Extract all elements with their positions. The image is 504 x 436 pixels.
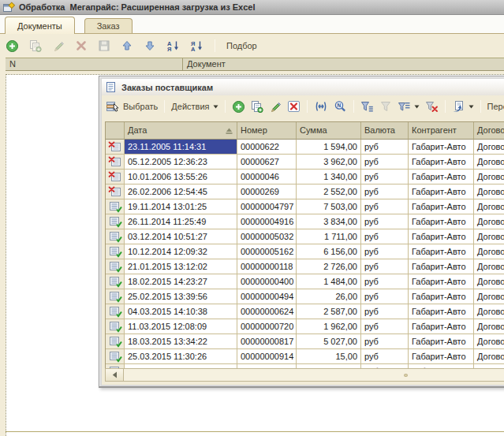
order-cell-number[interactable]: 00000269 [237, 184, 297, 199]
select-button[interactable]: Выбрать [104, 98, 159, 115]
order-status-cell[interactable] [106, 274, 125, 289]
order-cell-currency[interactable]: руб [361, 304, 409, 319]
order-cell-sum[interactable]: 26,00 [297, 289, 361, 304]
window-titlebar[interactable]: Обработка Мегапрайс: Расширенная загрузк… [0, 0, 504, 15]
order-cell-contract[interactable]: Договор [474, 274, 504, 289]
order-cell-contract[interactable]: Договор [474, 170, 504, 184]
order-cell-contractor[interactable]: Габарит-Авто [409, 244, 474, 259]
add-button[interactable] [230, 98, 247, 115]
order-cell-sum[interactable]: 6 156,00 [297, 244, 361, 259]
order-cell-sum[interactable]: 7 503,00 [297, 199, 361, 214]
order-cell-sum[interactable]: 1 594,00 [297, 140, 361, 155]
order-status-cell[interactable] [106, 199, 125, 214]
edit-pencil-button[interactable] [267, 98, 283, 115]
order-cell-number[interactable]: 00000000817 [237, 334, 297, 349]
delete-button[interactable] [73, 37, 89, 54]
order-cell-sum[interactable]: 2 587,00 [297, 304, 361, 319]
order-cell-contractor[interactable]: Габарит-Авто [409, 199, 474, 214]
order-cell-contract[interactable]: Договор [474, 259, 504, 274]
order-cell-contract[interactable]: Договор [474, 319, 504, 334]
order-cell-contract[interactable]: Договор [474, 214, 504, 229]
order-cell-date[interactable]: 21.01.2015 13:12:02 [125, 259, 237, 274]
order-cell-contractor[interactable]: Габарит-Авто [409, 334, 474, 349]
orders-column-header-sum[interactable]: Сумма [297, 122, 361, 140]
order-cell-number[interactable]: 00000005162 [237, 244, 297, 259]
order-cell-date[interactable]: 11.03.2015 12:08:09 [125, 319, 237, 334]
column-header-n[interactable]: N [6, 58, 183, 70]
order-cell-currency[interactable]: руб [361, 155, 409, 170]
actions-menu-button[interactable]: Действия [170, 98, 219, 115]
orders-column-header-currency[interactable]: Валюта [361, 122, 409, 140]
order-status-cell[interactable] [106, 229, 125, 244]
order-status-cell[interactable] [106, 155, 125, 170]
order-status-cell[interactable] [106, 334, 125, 349]
order-cell-currency[interactable]: руб [361, 170, 409, 184]
order-cell-number[interactable]: 00000000494 [237, 289, 297, 304]
scrollbar-grip[interactable] [404, 374, 408, 377]
order-cell-contract[interactable]: Договор [474, 184, 504, 199]
order-cell-currency[interactable]: руб [361, 140, 409, 155]
filter-history-button[interactable] [396, 98, 421, 115]
dialog-titlebar[interactable]: Заказы поставщикам [102, 79, 504, 95]
order-cell-number[interactable]: 00000627 [237, 155, 297, 170]
order-cell-date[interactable]: 05.12.2005 12:36:23 [125, 155, 237, 170]
orders-column-header-date[interactable]: Дата [125, 122, 237, 140]
order-cell-number[interactable]: 00000000400 [237, 274, 297, 289]
order-cell-date[interactable]: 26.11.2014 11:25:49 [125, 214, 237, 229]
order-cell-number[interactable]: 00000046 [237, 170, 297, 184]
find-number-button[interactable]: N [332, 98, 349, 115]
order-cell-contractor[interactable]: Габарит-Авто [409, 184, 474, 199]
order-cell-currency[interactable]: руб [361, 289, 409, 304]
save-button[interactable] [96, 37, 112, 54]
order-cell-date[interactable]: 03.12.2014 10:51:27 [125, 229, 237, 244]
orders-column-header-contractor[interactable]: Контрагент [409, 122, 474, 140]
order-cell-contract[interactable]: Договор [474, 199, 504, 214]
order-cell-number[interactable]: 00000005032 [237, 229, 297, 244]
orders-column-header-icon[interactable] [106, 122, 125, 140]
orders-column-header-contract[interactable]: Договор [474, 122, 504, 140]
order-status-cell[interactable] [106, 170, 125, 184]
order-cell-sum[interactable]: 5 027,00 [297, 334, 361, 349]
podbor-button[interactable]: Подбор [225, 37, 259, 54]
order-status-cell[interactable] [106, 244, 125, 259]
order-cell-currency[interactable]: руб [361, 229, 409, 244]
delete-box-button[interactable] [286, 98, 302, 115]
order-cell-number[interactable]: 00000004797 [237, 199, 297, 214]
order-cell-sum[interactable]: 2 726,00 [297, 259, 361, 274]
move-up-button[interactable] [119, 37, 135, 54]
order-cell-date[interactable]: 10.01.2006 13:55:26 [125, 170, 237, 184]
order-cell-date[interactable]: 04.03.2015 14:10:38 [125, 304, 237, 319]
order-cell-date[interactable]: 10.12.2014 12:09:32 [125, 244, 237, 259]
tab-documents[interactable]: Документы [5, 17, 75, 34]
order-cell-date[interactable]: 25.02.2015 13:39:56 [125, 289, 237, 304]
order-cell-currency[interactable]: руб [361, 319, 409, 334]
fit-width-button[interactable] [312, 98, 330, 115]
sort-desc-button[interactable]: ЯА [189, 37, 205, 54]
order-cell-sum[interactable]: 1 484,00 [297, 274, 361, 289]
create-based-on-button[interactable] [450, 98, 476, 115]
order-cell-contractor[interactable]: Габарит-Авто [409, 304, 474, 319]
order-cell-currency[interactable]: руб [361, 244, 409, 259]
order-cell-sum[interactable]: 3 962,00 [297, 155, 361, 170]
order-cell-date[interactable]: 18.02.2015 14:23:27 [125, 274, 237, 289]
order-cell-contract[interactable]: Договор [474, 140, 504, 155]
order-cell-sum[interactable]: 1 711,00 [297, 229, 361, 244]
order-cell-currency[interactable]: руб [361, 214, 409, 229]
order-cell-currency[interactable]: руб [361, 334, 409, 349]
order-cell-number[interactable]: 00000000624 [237, 304, 297, 319]
order-status-cell[interactable] [106, 304, 125, 319]
order-cell-sum[interactable]: 15,00 [297, 349, 361, 364]
order-status-cell[interactable] [106, 259, 125, 274]
order-cell-date[interactable]: 23.11.2005 11:14:31 [125, 140, 237, 155]
scrollbar-track[interactable] [124, 369, 504, 381]
edit-pencil-button[interactable] [50, 37, 66, 54]
order-cell-date[interactable]: 25.03.2015 11:30:26 [125, 349, 237, 364]
order-cell-contract[interactable]: Договор [474, 289, 504, 304]
order-status-cell[interactable] [106, 319, 125, 334]
order-cell-number[interactable]: 00000004916 [237, 214, 297, 229]
column-header-document[interactable]: Документ [183, 58, 504, 70]
filter-clear-button[interactable] [424, 98, 440, 115]
filter-sort-button[interactable] [359, 98, 375, 115]
horizontal-scrollbar[interactable] [105, 368, 504, 382]
order-cell-contractor[interactable]: Габарит-Авто [409, 259, 474, 274]
